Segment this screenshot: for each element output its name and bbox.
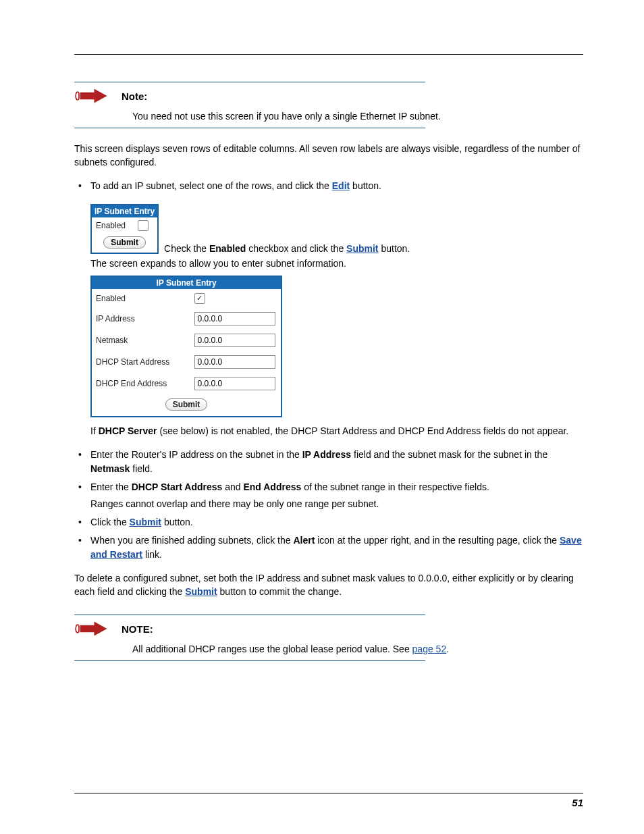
table-row: Submit (92, 394, 281, 416)
text: Netmask (90, 463, 130, 474)
note-label: NOTE: (122, 623, 153, 635)
subnet-small-row: IP Subnet Entry Enabled Submit Check the… (74, 200, 583, 254)
submit-link[interactable]: Submit (130, 517, 161, 527)
enabled-checkbox[interactable]: ✓ (194, 293, 205, 304)
ip-address-input[interactable] (194, 312, 275, 325)
note-rule (74, 128, 425, 128)
list-item: When you are finished adding subnets, cl… (74, 533, 583, 562)
document-page: Note: You need not use this screen if yo… (0, 0, 644, 834)
panel-header: IP Subnet Entry (92, 205, 157, 217)
text: DHCP Start Address (132, 481, 223, 492)
note-text: You need not use this screen if you have… (132, 109, 583, 124)
submit-link[interactable]: Submit (185, 586, 217, 597)
footer-rule (74, 793, 583, 793)
text: IP Address (302, 449, 351, 460)
intro-paragraph: This screen displays seven rows of edita… (74, 142, 583, 170)
text: button. (161, 517, 193, 527)
ip-subnet-entry-small: IP Subnet Entry Enabled Submit (90, 204, 159, 254)
pointing-hand-icon (74, 86, 109, 105)
table-row: DHCP Start Address (92, 351, 281, 373)
enabled-row: Enabled (92, 217, 157, 234)
text: End Address (243, 481, 301, 492)
table-row: Enabled ✓ (92, 289, 281, 308)
text: Enter the (90, 481, 132, 492)
enabled-checkbox[interactable] (138, 220, 149, 231)
bullet-list-2: Enter the Router's IP address on the sub… (74, 448, 583, 562)
list-item: Enter the Router's IP address on the sub… (74, 448, 583, 476)
table-row: DHCP End Address (92, 373, 281, 394)
note-header: Note: (74, 86, 583, 105)
field-label: Netmask (92, 330, 190, 351)
field-label: DHCP Start Address (92, 351, 190, 373)
page-number: 51 (572, 797, 583, 808)
text: icon at the upper right, and in the resu… (315, 535, 560, 546)
text: field. (130, 463, 152, 474)
text: Ranges cannot overlap and there may be o… (90, 497, 583, 511)
enabled-label: Enabled (96, 221, 126, 230)
button-wrap: Submit (92, 234, 157, 253)
subnet-table: Enabled ✓ IP Address Netmask DHCP Start … (92, 289, 281, 416)
text: Check the (164, 243, 209, 254)
expand-line: The screen expands to allow you to enter… (90, 258, 583, 269)
pointing-hand-icon (74, 619, 109, 638)
edit-link[interactable]: Edit (332, 180, 350, 191)
text: Click the (90, 517, 130, 527)
text: Enter the Router's IP address on the sub… (90, 449, 302, 460)
delete-paragraph: To delete a configured subnet, set both … (74, 571, 583, 599)
note-rule (74, 660, 425, 661)
list-item: To add an IP subnet, select one of the r… (74, 179, 583, 193)
netmask-input[interactable] (194, 334, 275, 347)
text: button. (379, 243, 410, 254)
page-52-link[interactable]: page 52 (412, 644, 447, 654)
dhcp-start-input[interactable] (194, 355, 275, 369)
list-item: Enter the DHCP Start Address and End Add… (74, 480, 583, 511)
dhcp-server-note: If DHCP Server (see below) is not enable… (90, 424, 583, 438)
note-block-2: NOTE: All additional DHCP ranges use the… (74, 615, 583, 661)
note-header: NOTE: (74, 619, 583, 638)
text: . (446, 644, 449, 654)
after-small-box-text: Check the Enabled checkbox and click the… (164, 243, 410, 254)
text: and (222, 481, 243, 492)
text: checkbox and click the (246, 243, 346, 254)
text: DHCP Server (99, 425, 157, 436)
text: All additional DHCP ranges use the globa… (132, 644, 412, 654)
panel-header: IP Subnet Entry (92, 277, 281, 289)
header-rule (74, 54, 583, 55)
text: button. (350, 180, 381, 191)
table-row: IP Address (92, 308, 281, 330)
text: link. (142, 549, 162, 560)
submit-button[interactable]: Submit (103, 236, 146, 249)
text: of the subnet range in their respective … (301, 481, 489, 492)
note-rule (74, 615, 425, 615)
text: When you are finished adding subnets, cl… (90, 535, 293, 546)
field-label: IP Address (92, 308, 190, 330)
text: (see below) is not enabled, the DHCP Sta… (157, 425, 569, 436)
bullet-list-1: To add an IP subnet, select one of the r… (74, 179, 583, 193)
note-rule (74, 82, 425, 82)
text: field and the subnet mask for the subnet… (351, 449, 547, 460)
note-text: All additional DHCP ranges use the globa… (132, 642, 583, 656)
table-row: Netmask (92, 330, 281, 351)
text: Enabled (209, 243, 246, 254)
list-item: Click the Submit button. (74, 515, 583, 529)
field-label: DHCP End Address (92, 373, 190, 394)
note-block-1: Note: You need not use this screen if yo… (74, 82, 583, 128)
text: To add an IP subnet, select one of the r… (90, 180, 332, 191)
submit-link[interactable]: Submit (346, 243, 378, 254)
text: button to commit the change. (217, 586, 342, 597)
note-label: Note: (122, 90, 147, 102)
ip-subnet-entry-large: IP Subnet Entry Enabled ✓ IP Address Net… (90, 276, 282, 417)
text: If (90, 425, 99, 436)
submit-button[interactable]: Submit (165, 398, 208, 411)
text: Alert (293, 535, 315, 546)
field-label: Enabled (92, 289, 190, 308)
dhcp-end-input[interactable] (194, 377, 275, 390)
